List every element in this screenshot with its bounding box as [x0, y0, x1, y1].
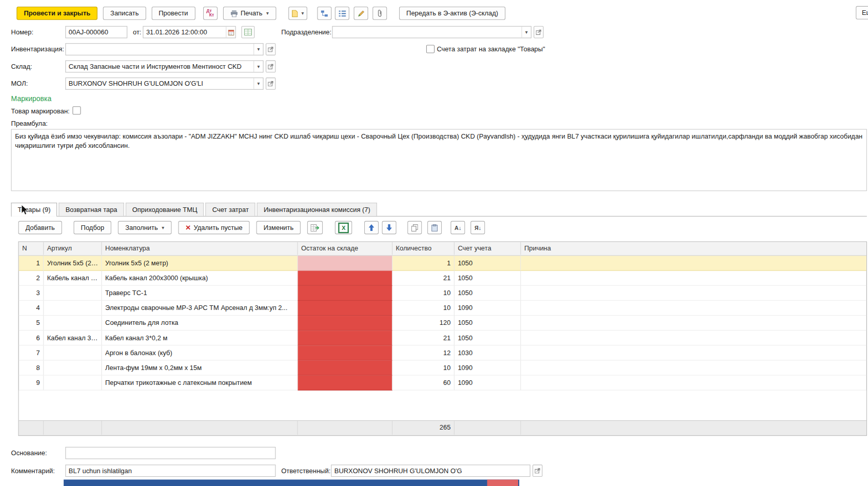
inventory-choose-button[interactable]	[266, 43, 275, 55]
dtkt-postings-button[interactable]: ДтКт	[203, 7, 218, 20]
cell-item[interactable]: Траверс ТС-1	[102, 286, 298, 301]
chevron-down-icon[interactable]: ▾	[253, 44, 263, 55]
cell-article[interactable]: Уголник 5х5 (2 метр)	[44, 256, 102, 271]
cell-account[interactable]: 1050	[455, 286, 521, 301]
cell-stock-on-warehouse[interactable]	[298, 301, 393, 316]
move-down-button[interactable]	[382, 221, 397, 235]
warehouse-field[interactable]: Склад Запасные части и Инструментов Мент…	[65, 61, 263, 73]
pick-button[interactable]: Подбор	[74, 221, 112, 235]
cell-reason[interactable]	[521, 271, 866, 286]
transfer-to-e-active-button[interactable]: Передать в Э-актив (Э-склад)	[399, 7, 505, 20]
table-row[interactable]: 8 Лента-фум 19мм х 0,2мм х 15м 10 1090	[19, 360, 866, 375]
cell-account[interactable]: 1050	[455, 271, 521, 286]
cell-article[interactable]	[44, 316, 102, 331]
table-row[interactable]: 3 Траверс ТС-1 10 1050	[19, 286, 866, 301]
column-header-n[interactable]: N	[19, 242, 44, 255]
delete-empty-button[interactable]: ✕ Удалить пустые	[178, 221, 250, 235]
attachments-button[interactable]	[372, 7, 387, 20]
cell-row-number[interactable]: 6	[19, 331, 44, 345]
cell-account[interactable]: 1090	[455, 376, 521, 391]
cell-reason[interactable]	[521, 286, 866, 301]
mol-choose-button[interactable]	[266, 77, 275, 90]
cell-item[interactable]: Лента-фум 19мм х 0,2мм х 15м	[102, 360, 298, 375]
cell-quantity[interactable]: 1	[392, 256, 455, 271]
cell-article[interactable]	[44, 360, 102, 375]
marking-section-header[interactable]: Маркировка	[11, 95, 52, 103]
department-choose-button[interactable]	[534, 26, 543, 38]
cell-quantity[interactable]: 120	[392, 316, 455, 331]
table-row[interactable]: 9 Перчатки трикотажные с латексным покры…	[19, 376, 866, 391]
table-row[interactable]: 2 Кабель канал 200х3000 Кабель канал 200…	[19, 271, 866, 286]
cell-reason[interactable]	[521, 331, 866, 345]
marked-checkbox[interactable]	[72, 106, 81, 114]
cell-quantity[interactable]: 60	[392, 376, 455, 391]
cell-quantity[interactable]: 10	[392, 301, 455, 316]
cell-row-number[interactable]: 5	[19, 316, 44, 331]
chevron-down-icon[interactable]: ▾	[521, 27, 530, 38]
cell-stock-on-warehouse[interactable]	[298, 286, 393, 301]
cell-item[interactable]: Электроды сварочные МР-3 АРС ТМ Арсенал …	[102, 301, 298, 316]
fill-button[interactable]: Заполнить ▾	[118, 221, 171, 235]
cell-row-number[interactable]: 7	[19, 345, 44, 360]
responsible-field[interactable]: BURXONOV SHOHRUH G'ULOMJON O'G	[331, 464, 530, 477]
post-button[interactable]: Провести	[151, 7, 195, 20]
add-row-button[interactable]: Добавить	[18, 221, 62, 235]
sort-asc-button[interactable]: А↓	[451, 221, 465, 235]
paste-rows-button[interactable]	[427, 221, 442, 235]
print-button[interactable]: Печать ▾	[223, 7, 276, 20]
warehouse-choose-button[interactable]	[266, 61, 275, 73]
cell-stock-on-warehouse[interactable]	[298, 345, 393, 360]
list-view-button[interactable]	[335, 7, 349, 20]
table-row[interactable]: 6 Кабел канал 3*0,2 м Кабел канал 3*0,2 …	[19, 331, 866, 345]
cell-article[interactable]: Кабел канал 3*0,2 м	[44, 331, 102, 345]
register-records-button[interactable]	[241, 26, 254, 38]
column-header-reason[interactable]: Причина	[521, 242, 866, 255]
column-header-quantity[interactable]: Количество	[392, 242, 455, 255]
cell-account[interactable]: 1030	[455, 345, 521, 360]
column-header-stock[interactable]: Остаток на складе	[298, 242, 393, 255]
cell-reason[interactable]	[521, 316, 866, 331]
export-excel-button[interactable]: X	[335, 221, 352, 235]
cell-quantity[interactable]: 10	[392, 360, 455, 375]
cell-reason[interactable]	[521, 376, 866, 391]
cell-stock-on-warehouse[interactable]	[298, 360, 393, 375]
cost-accounts-checkbox[interactable]	[426, 45, 435, 53]
move-up-button[interactable]	[364, 221, 379, 235]
cell-row-number[interactable]: 1	[19, 256, 44, 271]
cell-quantity[interactable]: 12	[392, 345, 455, 360]
cell-article[interactable]	[44, 301, 102, 316]
table-row[interactable]: 1 Уголник 5х5 (2 метр) Уголник 5х5 (2 ме…	[19, 256, 866, 271]
cell-row-number[interactable]: 8	[19, 360, 44, 375]
tab-cost-account[interactable]: Счет затрат	[206, 203, 255, 216]
department-field[interactable]: ▾	[332, 26, 531, 38]
responsible-choose-button[interactable]	[532, 464, 542, 477]
cell-item[interactable]: Кабел канал 3*0,2 м	[102, 331, 298, 345]
cell-row-number[interactable]: 3	[19, 286, 44, 301]
comment-field[interactable]: BL7 uchun ishlatilgan	[65, 464, 275, 477]
chevron-down-icon[interactable]: ▾	[253, 78, 263, 89]
tab-goods-receipt[interactable]: Оприходование ТМЦ	[126, 203, 204, 216]
column-header-item[interactable]: Номенклатура	[102, 242, 298, 255]
tab-goods[interactable]: Товары (9)	[11, 203, 57, 216]
cell-item[interactable]: Перчатки трикотажные с латексным покрыти…	[102, 376, 298, 391]
basis-field[interactable]	[65, 447, 275, 459]
column-header-account[interactable]: Счет учета	[455, 242, 521, 255]
table-row[interactable]: 5 Соединитель для лотка 120 1050	[19, 316, 866, 331]
cell-article[interactable]	[44, 286, 102, 301]
cell-stock-on-warehouse[interactable]	[298, 316, 393, 331]
sort-desc-button[interactable]: Я↓	[471, 221, 485, 235]
cell-reason[interactable]	[521, 301, 866, 316]
cell-item[interactable]: Аргон в балонах (куб)	[102, 345, 298, 360]
date-field[interactable]: 31.01.2026 12:00:00	[143, 26, 235, 38]
document-structure-button[interactable]	[317, 7, 331, 20]
edit-row-button[interactable]: Изменить	[257, 221, 301, 235]
cell-row-number[interactable]: 4	[19, 301, 44, 316]
cell-article[interactable]	[44, 376, 102, 391]
chevron-down-icon[interactable]: ▾	[253, 61, 263, 72]
cell-row-number[interactable]: 2	[19, 271, 44, 286]
cell-account[interactable]: 1050	[455, 331, 521, 345]
edit-text-button[interactable]	[354, 7, 368, 20]
table-row[interactable]: 4 Электроды сварочные МР-3 АРС ТМ Арсена…	[19, 301, 866, 316]
cell-quantity[interactable]: 21	[392, 331, 455, 345]
cell-stock-on-warehouse[interactable]	[298, 271, 393, 286]
